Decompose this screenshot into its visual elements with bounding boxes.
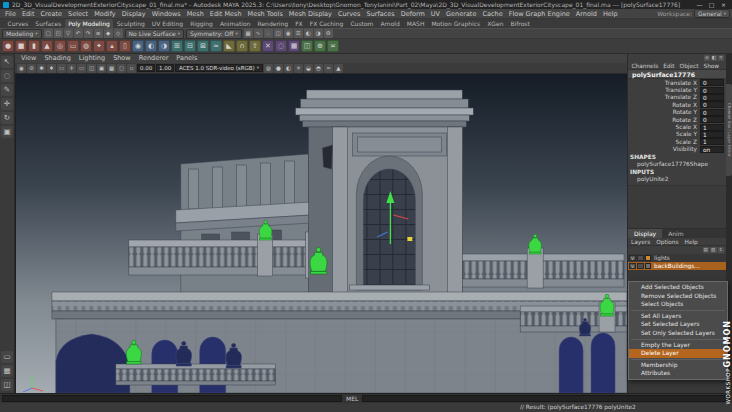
shape-node-name[interactable]: polySurface17776Shape — [628, 161, 726, 168]
menu-item[interactable]: Mesh Tools — [245, 9, 286, 18]
attribute-value[interactable]: 0 — [700, 101, 724, 108]
four-pane-layout-icon[interactable]: ▦ — [1, 365, 13, 377]
select-object-mode-icon[interactable]: ◆ — [104, 29, 113, 38]
menu-item-attributes[interactable]: Attributes — [629, 369, 727, 378]
make-live-icon[interactable]: ◉ — [284, 29, 293, 38]
menu-item[interactable]: Display — [119, 9, 149, 18]
menu-item-membership[interactable]: Membership — [629, 361, 727, 370]
exposure-field[interactable]: 0.00 — [137, 64, 155, 72]
connect-icon[interactable]: ≍ — [327, 40, 339, 52]
field-chart-icon[interactable]: ▦ — [107, 64, 116, 73]
safe-title-icon[interactable]: ▫ — [127, 64, 136, 73]
rotate-tool-icon[interactable]: ↻ — [1, 112, 13, 124]
paint-select-tool-icon[interactable]: ✎ — [1, 84, 13, 96]
single-pane-layout-icon[interactable]: ▭ — [1, 351, 13, 363]
boolean-intersect-icon[interactable]: ◑ — [158, 40, 170, 52]
menu-item[interactable]: Create — [37, 9, 65, 18]
wireframe-icon[interactable]: ◍ — [264, 64, 273, 73]
snap-grid-icon[interactable]: ▦ — [244, 29, 253, 38]
mirror-icon[interactable]: ◫ — [301, 40, 313, 52]
menu-item-empty-the-layer[interactable]: Empty the Layer — [629, 341, 727, 350]
layer-editor-menu-item[interactable]: Layers — [628, 238, 653, 245]
menu-set-selector[interactable]: Modeling ▾ — [2, 29, 42, 39]
layer-editor-tab[interactable]: Anim — [662, 229, 689, 238]
attribute-label[interactable]: Scale Y — [628, 131, 700, 137]
image-plane-icon[interactable]: ▭ — [57, 64, 66, 73]
menu-item[interactable]: Generate — [443, 9, 479, 18]
scale-tool-icon[interactable]: ▣ — [1, 126, 13, 138]
poly-cone-icon[interactable]: ▲ — [41, 40, 53, 52]
layer-color-swatch[interactable] — [645, 263, 651, 269]
ipr-render-icon[interactable]: ◑ — [314, 29, 323, 38]
menu-item-add-selected-objects[interactable]: Add Selected Objects — [629, 283, 727, 292]
attribute-value[interactable]: 0 — [700, 116, 724, 123]
layer-row[interactable]: V backBuildings... — [628, 262, 726, 270]
combine-icon[interactable]: ⊞ — [171, 40, 183, 52]
viewport-3d-scene[interactable] — [16, 74, 627, 393]
viewport-menu-item[interactable]: Show — [109, 54, 135, 63]
menu-item[interactable]: Edit — [19, 9, 38, 18]
layer-name[interactable]: lights — [652, 255, 670, 261]
attribute-value[interactable]: 1 — [700, 138, 724, 145]
color-space-selector[interactable]: ACES 1.0 SDR-video (sRGB) ▾ — [175, 64, 263, 72]
channel-stat-icon[interactable]: ≡ — [718, 55, 724, 61]
shelf-tab[interactable]: UV Editing — [148, 19, 186, 28]
menu-item-set-all-layers[interactable]: Set All Layers — [629, 312, 727, 321]
layer-color-swatch[interactable] — [645, 255, 651, 261]
select-tool-icon[interactable]: ↖ — [1, 56, 13, 68]
construction-history-icon[interactable]: ☰ — [294, 29, 303, 38]
channel-box-menu-item[interactable]: Show — [701, 62, 722, 69]
menu-item[interactable]: UV — [428, 9, 443, 18]
shelf-tab[interactable]: Motion Graphics — [428, 19, 484, 28]
menu-item[interactable]: Mesh Display — [286, 9, 335, 18]
select-hierarchy-icon[interactable]: ≡ — [94, 29, 103, 38]
channel-box-menu-item[interactable]: Edit — [661, 62, 677, 69]
channel-box-menu-item[interactable]: Object — [677, 62, 701, 69]
extrude-icon[interactable]: ⇧ — [249, 40, 261, 52]
minimize-button[interactable]: — — [694, 0, 705, 9]
menu-item-remove-selected-objects[interactable]: Remove Selected Objects — [629, 292, 727, 301]
antialiasing-icon[interactable]: ▲ — [334, 64, 343, 73]
safe-action-icon[interactable]: ◻ — [117, 64, 126, 73]
layer-name[interactable]: backBuildings... — [652, 263, 700, 269]
shelf-tab[interactable]: MASH — [403, 19, 428, 28]
camera-attributes-icon[interactable]: ✱ — [37, 64, 46, 73]
viewport-menu-item[interactable]: Lighting — [75, 54, 109, 63]
film-gate-icon[interactable]: ▭ — [77, 64, 86, 73]
shadows-icon[interactable]: ◒ — [304, 64, 313, 73]
attribute-label[interactable]: Rotate Y — [628, 109, 700, 115]
attribute-value[interactable]: 1 — [700, 124, 724, 131]
separate-icon[interactable]: ⊟ — [184, 40, 196, 52]
layer-playback-toggle[interactable] — [637, 263, 644, 270]
gate-mask-icon[interactable]: ▣ — [97, 64, 106, 73]
viewport-menu-item[interactable]: Panels — [172, 54, 201, 63]
shelf-tab[interactable]: Arnold — [377, 19, 403, 28]
layer-playback-toggle[interactable] — [637, 255, 644, 262]
poly-disc-icon[interactable]: ◍ — [80, 40, 92, 52]
quad-draw-icon[interactable]: ▦ — [288, 40, 300, 52]
viewport-menu-item[interactable]: Renderer — [135, 54, 173, 63]
poly-plane-icon[interactable]: ▭ — [67, 40, 79, 52]
file-new-icon[interactable]: ▢ — [44, 29, 53, 38]
attribute-value[interactable]: 0 — [700, 94, 724, 101]
file-save-icon[interactable]: ▽ — [64, 29, 73, 38]
attribute-label[interactable]: Translate X — [628, 80, 700, 86]
shelf-tab[interactable]: Surfaces — [32, 19, 65, 28]
command-language-toggle[interactable]: MEL — [344, 395, 360, 403]
smooth-icon[interactable]: ≈ — [210, 40, 222, 52]
shelf-tab[interactable]: Custom — [347, 19, 377, 28]
command-input[interactable] — [2, 395, 342, 402]
selected-object-name[interactable]: polySurface17776 — [628, 70, 726, 79]
menu-item[interactable]: Cache — [479, 9, 505, 18]
menu-item-set-selected-layers[interactable]: Set Selected Layers — [629, 320, 727, 329]
snap-point-icon[interactable]: ∴ — [264, 29, 273, 38]
layer-editor-tab[interactable]: Display — [628, 229, 662, 238]
attribute-label[interactable]: Scale X — [628, 124, 700, 130]
menu-item[interactable]: Mesh — [184, 9, 207, 18]
attribute-value[interactable]: 0 — [700, 87, 724, 94]
poly-platonic-icon[interactable]: ✦ — [93, 40, 105, 52]
attribute-label[interactable]: Rotate Z — [628, 117, 700, 123]
shelf-tab[interactable]: FX — [292, 19, 307, 28]
move-tool-icon[interactable]: ✛ — [1, 98, 13, 110]
boolean-difference-icon[interactable]: ◐ — [145, 40, 157, 52]
